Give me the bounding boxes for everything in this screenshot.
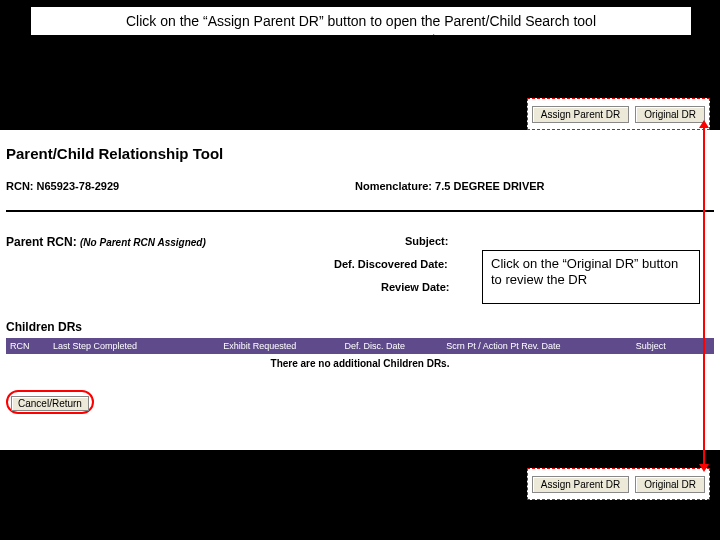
parent-rcn-row: Parent RCN: (No Parent RCN Assigned) xyxy=(6,235,206,249)
arrow-down-icon xyxy=(699,464,709,472)
rcn-label: RCN: xyxy=(6,180,34,192)
button-group-top-highlight: Assign Parent DR Original DR xyxy=(527,98,710,130)
nomenclature-row: Nomenclature: 7.5 DEGREE DRIVER xyxy=(355,180,545,192)
subject-label: Subject: xyxy=(405,235,448,247)
parent-rcn-label: Parent RCN: xyxy=(6,235,77,249)
divider xyxy=(6,210,714,212)
cancel-return-button[interactable]: Cancel/Return xyxy=(11,396,89,411)
connector-arrow-line xyxy=(703,126,705,466)
assign-parent-dr-button-bottom[interactable]: Assign Parent DR xyxy=(532,476,629,493)
parent-rcn-value: (No Parent RCN Assigned) xyxy=(80,237,206,248)
col-exhibit: Exhibit Requested xyxy=(219,341,340,351)
col-rcn: RCN xyxy=(6,341,49,351)
col-subject: Subject xyxy=(632,341,714,351)
instruction-top: Click on the “Assign Parent DR” button t… xyxy=(30,6,692,36)
no-children-message: There are no additional Children DRs. xyxy=(0,358,720,369)
tool-title: Parent/Child Relationship Tool xyxy=(6,145,223,162)
nomenclature-label: Nomenclature: xyxy=(355,180,432,192)
def-discovered-date-label: Def. Discovered Date: xyxy=(334,258,448,270)
original-dr-button-bottom[interactable]: Original DR xyxy=(635,476,705,493)
button-group-bottom-highlight: Assign Parent DR Original DR xyxy=(527,468,710,500)
rcn-value: N65923-78-2929 xyxy=(37,180,120,192)
col-def-disc: Def. Disc. Date xyxy=(340,341,442,351)
children-table-header: RCN Last Step Completed Exhibit Requeste… xyxy=(6,338,714,354)
arrow-up-icon xyxy=(699,120,709,128)
children-drs-title: Children DRs xyxy=(6,320,82,334)
review-date-label: Review Date: xyxy=(381,281,449,293)
cancel-return-highlight: Cancel/Return xyxy=(6,390,94,414)
nomenclature-value: 7.5 DEGREE DRIVER xyxy=(435,180,544,192)
col-last-step: Last Step Completed xyxy=(49,341,219,351)
callout-original-dr: Click on the “Original DR” button to rev… xyxy=(482,250,700,304)
assign-parent-dr-button[interactable]: Assign Parent DR xyxy=(532,106,629,123)
original-dr-button[interactable]: Original DR xyxy=(635,106,705,123)
col-scrn-pt: Scrn Pt / Action Pt Rev. Date xyxy=(442,341,632,351)
connector-line xyxy=(432,34,479,81)
